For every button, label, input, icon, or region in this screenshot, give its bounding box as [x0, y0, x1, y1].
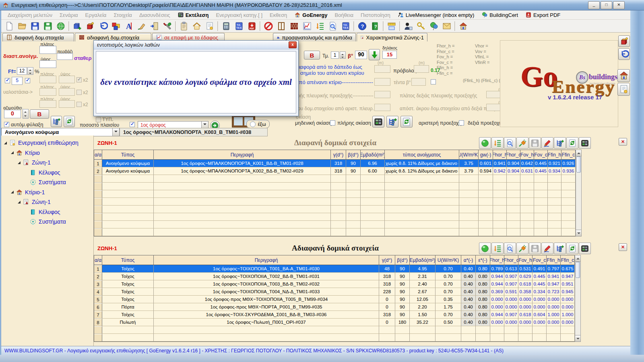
transparent-table-scrollbar[interactable] — [576, 150, 582, 237]
opaque-table-close-icon[interactable] — [619, 243, 627, 251]
no-button[interactable] — [262, 20, 275, 32]
menu-item-1[interactable]: Διαχείριση μελετών — [4, 11, 56, 19]
tab-1[interactable]: διαφανή δομ.στοιχεία — [2, 33, 74, 41]
calc-dark-button[interactable] — [579, 137, 591, 149]
column-header[interactable]: Ffin_h — [548, 150, 561, 160]
x2-checkbox-3[interactable] — [76, 102, 82, 107]
calc-dark-button[interactable] — [579, 243, 591, 254]
orb-button[interactable] — [479, 137, 491, 149]
table-row[interactable]: 8Πυλωτή1ος όροφος~Πυλωτή_Π001_ΟΡΙ-#03701… — [94, 319, 575, 326]
beta-input[interactable]: 90 — [355, 51, 367, 59]
refresh-button[interactable] — [566, 137, 578, 149]
column-header[interactable]: Ffin_c — [561, 150, 576, 160]
plug-button[interactable] — [516, 243, 528, 254]
side-home-button[interactable] — [617, 69, 630, 82]
zero-shade-checkbox[interactable] — [330, 120, 335, 125]
shade-refresh-button[interactable] — [400, 116, 413, 128]
tee-button[interactable]: T.O.T.E.E. — [233, 20, 246, 32]
table-row[interactable]: 2Ανοιγόμενο κούφωμα1ος όροφος~ΜΠΑΛΚΟΝΟΠΟ… — [94, 167, 576, 175]
mid-value-input[interactable]: 5 — [12, 77, 23, 85]
help-button[interactable]: ? — [356, 20, 369, 32]
minimize-button[interactable]: _ — [588, 1, 600, 9]
tab-right-2[interactable]: Χαρακτηριστικά Ζώνης-1 — [357, 33, 427, 41]
height-input[interactable] — [39, 60, 56, 68]
fontA-button[interactable]: A — [122, 20, 135, 32]
menu-item-12[interactable]: LiveMessenger (inbox empty) — [394, 11, 478, 19]
autosave-checkbox[interactable] — [4, 122, 9, 127]
menu-item-11[interactable]: Πιστοποίηση — [357, 11, 394, 19]
window-button[interactable] — [275, 20, 288, 32]
sill-input[interactable] — [57, 53, 73, 60]
column-header[interactable]: Περιγραφή — [154, 150, 331, 160]
column-header[interactable]: Ffin_h — [547, 255, 561, 265]
column-header[interactable]: γ(d°) — [379, 255, 395, 265]
ff-input[interactable]: 12 — [17, 67, 27, 75]
tree-item-ζώνη-1[interactable]: Ζώνη-1 — [18, 198, 51, 206]
expander-icon[interactable] — [11, 191, 14, 193]
provolos-input[interactable] — [414, 65, 429, 73]
tenta-checkbox[interactable] — [431, 79, 436, 84]
menu-item-14[interactable]: PDFExport PDF — [522, 11, 564, 19]
floor-diff-input[interactable] — [374, 65, 390, 73]
tree-item-κτίριο[interactable]: Κτίριο — [11, 149, 40, 156]
cert-button[interactable] — [203, 20, 216, 32]
b2-button[interactable]: B — [304, 51, 320, 60]
menu-item-10[interactable]: Βοήθεια — [331, 11, 357, 19]
table-row[interactable]: 1Τοίχος1ος όροφος~ΤΟΙΧΟΠΟΙΙΑ_Τ001_ΒΑ-Α_Τ… — [94, 265, 575, 273]
zoomdoc-button[interactable] — [326, 20, 339, 32]
expander-icon[interactable] — [18, 201, 21, 204]
window-right-border[interactable] — [630, 10, 644, 362]
left-edge-dist-input[interactable] — [374, 104, 390, 111]
tree-add-button[interactable] — [554, 243, 566, 254]
column-header[interactable]: α/α — [94, 150, 102, 160]
column-header[interactable]: α*(-) — [461, 255, 476, 265]
tree-item-κτίριο-1[interactable]: Κτίριο-1 — [11, 189, 45, 196]
transparent-table-close-icon[interactable] — [619, 138, 627, 146]
tm-spinner[interactable] — [340, 51, 346, 59]
sort-button[interactable] — [314, 20, 326, 32]
ff-spinner[interactable] — [27, 67, 33, 75]
column-header[interactable]: α/α — [94, 255, 102, 265]
menu-item-5[interactable]: Διασυνδέσεις — [136, 11, 173, 19]
tree-item-ενεργειακή-επιθεώρηση[interactable]: Ενεργειακή επιθεώρηση — [4, 139, 78, 146]
chart-button[interactable] — [301, 20, 314, 32]
left-overhang-checkbox[interactable] — [459, 120, 464, 125]
close-button[interactable]: ✕ — [613, 1, 625, 9]
x2-checkbox-2[interactable] — [76, 90, 82, 95]
tree-item-κέλυφος[interactable]: Κέλυφος — [25, 208, 60, 216]
table-row[interactable]: 5Τοίχος1ος όροφος-προς ΜΘΧ~ΤΟΙΧΟΠΟΙΙΑ_Τ0… — [94, 296, 575, 303]
mail-button[interactable] — [440, 20, 453, 32]
apply-down-button[interactable] — [369, 49, 380, 60]
opaque-table-scrollbar[interactable] — [575, 255, 581, 342]
zoomdoc-button[interactable] — [504, 137, 516, 149]
column-header[interactable]: gw(-) — [479, 150, 493, 160]
logic-errors-dialog[interactable]: εντοπισμός λογικών λαθών x δεν εντοπίστη… — [93, 40, 299, 116]
bookq-button[interactable]: ? — [369, 20, 382, 32]
tree-item-συστήματα[interactable]: Συστήματα — [25, 179, 66, 186]
column-header[interactable]: U(W/m²K) — [459, 150, 479, 160]
pdf-button[interactable]: PDF — [246, 20, 258, 32]
slab-input[interactable]: 15 — [382, 51, 397, 59]
side-cert-button[interactable] — [617, 83, 630, 96]
balloon-button[interactable] — [427, 20, 440, 32]
door-button[interactable] — [148, 20, 161, 32]
column-header[interactable]: Περιγραφή — [154, 255, 379, 265]
scroll-thumb[interactable] — [576, 262, 580, 278]
column-header[interactable]: β(d°) — [395, 255, 410, 265]
table-row[interactable]: 3Τοίχος1ος όροφος~ΤΟΙΧΟΠΟΙΙΑ_Τ003_ΒΔ-Β_Τ… — [94, 280, 575, 288]
maximize-button[interactable]: □ — [601, 1, 612, 9]
typ-checkbox[interactable] — [96, 117, 101, 122]
save-gray-button[interactable] — [529, 137, 541, 149]
menu-item-13[interactable]: BuildingCert — [478, 11, 521, 19]
left-side-overhang-input[interactable] — [374, 91, 390, 98]
table-row[interactable]: 7Τοίχος1ος όροφος~ΤΟΙΧ-ΣΚΥΡΟΔΕΜΑ_Σ001_ΒΔ… — [94, 311, 575, 319]
scroll-down-icon[interactable] — [575, 335, 580, 341]
tree-item-συστήματα[interactable]: Συστήματα — [25, 218, 66, 225]
scroll-thumb[interactable] — [576, 156, 581, 173]
form-refresh-button[interactable] — [64, 116, 75, 127]
column-header[interactable]: Εμβαδό(m²) — [361, 150, 385, 160]
column-header[interactable]: Fov_c — [533, 255, 547, 265]
table-row[interactable]: 4Τοίχος1ος όροφος~ΤΟΙΧΟΠΟΙΙΑ_Τ004_ΝΔ-Δ_Τ… — [94, 288, 575, 296]
column-header[interactable]: Ffin_c — [561, 255, 575, 265]
column-header[interactable]: Fov_h — [520, 150, 534, 160]
